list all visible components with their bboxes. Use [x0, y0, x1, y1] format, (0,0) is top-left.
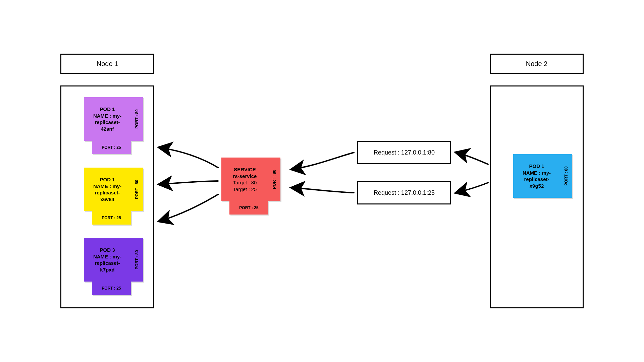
pod-name-3: x6v84 — [87, 196, 127, 203]
pod-port-right: PORT : 80 — [135, 180, 139, 199]
pod-name-2: replicaset- — [87, 119, 127, 126]
service-title: SERVICE — [225, 166, 265, 173]
arrow-service-to-pod1 — [159, 147, 218, 168]
pod-name-1: NAME : my- — [87, 253, 127, 260]
arrow-service-to-pod3 — [159, 194, 218, 221]
pod-name-1: NAME : my- — [517, 170, 557, 176]
request-80: Request : 127.0.0.1:80 — [357, 141, 451, 164]
arrow-req25-to-service — [292, 188, 354, 193]
pod-name-3: k7pxd — [87, 266, 127, 273]
service-name: rs-service — [225, 173, 265, 180]
arrow-req80-to-service — [292, 153, 354, 169]
pod-port-right: PORT : 80 — [564, 166, 569, 185]
pod-name-2: replicaset- — [87, 260, 127, 266]
request-80-label: Request : 127.0.0.1:80 — [374, 149, 435, 156]
pod-name-2: replicaset- — [517, 176, 557, 183]
request-25: Request : 127.0.0.1:25 — [357, 181, 451, 204]
pod-port-bottom: PORT : 25 — [102, 145, 121, 150]
node1-header: Node 1 — [60, 54, 154, 74]
pod-title: POD 3 — [87, 247, 127, 253]
node2-title: Node 2 — [526, 60, 548, 68]
service-target-1: Target : 80 — [225, 179, 265, 186]
service-port-right: PORT : 80 — [272, 170, 277, 189]
diagram-canvas: Node 1 POD 1 NAME : my- replicaset- 42sn… — [0, 0, 644, 362]
pod-port-bottom: PORT : 25 — [102, 216, 121, 220]
request-25-label: Request : 127.0.0.1:25 — [374, 189, 435, 196]
pod-name-2: replicaset- — [87, 189, 127, 196]
pod-port-bottom: PORT : 25 — [102, 286, 121, 291]
arrow-node2-to-req25 — [456, 183, 488, 193]
pod-name-1: NAME : my- — [87, 183, 127, 190]
service-port-bottom: PORT : 25 — [239, 205, 258, 210]
pod-name-1: NAME : my- — [87, 113, 127, 119]
arrow-service-to-pod2 — [159, 181, 218, 184]
pod-name-3: x9g52 — [517, 183, 557, 189]
pod-name-3: 42snf — [87, 126, 127, 132]
service-target-2: Target : 25 — [225, 186, 265, 193]
arrow-node2-to-req80 — [456, 153, 488, 164]
pod-title: POD 1 — [517, 163, 557, 170]
node1-title: Node 1 — [97, 60, 118, 68]
node2-header: Node 2 — [490, 54, 584, 74]
pod-port-right: PORT : 80 — [135, 250, 139, 269]
pod-title: POD 1 — [87, 176, 127, 183]
pod-port-right: PORT : 80 — [135, 109, 139, 128]
pod-title: POD 1 — [87, 106, 127, 113]
